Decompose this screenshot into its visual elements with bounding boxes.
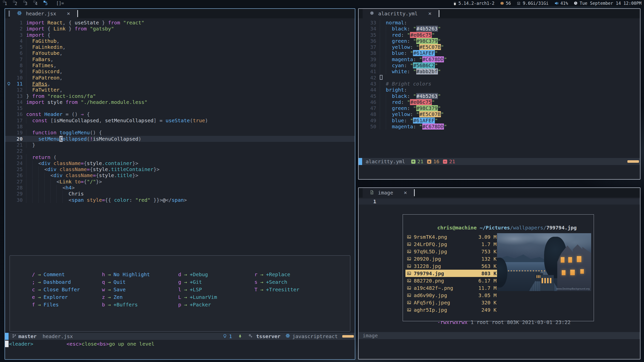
git-removed-icon: −: [443, 159, 447, 164]
code-line-30: 30 <span style={{ color: "red" }}>@</spa…: [5, 197, 355, 203]
close-icon[interactable]: ×: [428, 11, 432, 16]
code-line-15: 15: [5, 105, 355, 111]
workspace-3[interactable]: 3: [23, 1, 29, 6]
workspace-4[interactable]: 4: [33, 1, 40, 6]
statusline-filename: header.jsx: [43, 333, 73, 339]
file-row-AFq5r6j.jpeg[interactable]: AFq5r6j.jpeg320 K: [405, 299, 499, 306]
code-line-6: 6 FaYoutube,: [5, 50, 355, 56]
git-added-icon: +: [411, 159, 415, 164]
file-row-882720.png[interactable]: 882720.png6.17 M: [405, 277, 499, 284]
current-path: ~/Pictures/wallpapers/799794.jpg: [480, 225, 577, 231]
file-row-9rsmTK4.png[interactable]: 9rsmTK4.png3.09 M: [405, 233, 499, 240]
code-line-40: 40 cyan: "#56B6C2": [359, 62, 640, 68]
file-row-a19c482f~.png[interactable]: a19c482f~.png11.7 M: [405, 284, 499, 292]
file-row-97q9L5D.jpg[interactable]: 97q9L5D.jpg753 K: [405, 248, 499, 255]
whichkey-item-b[interactable]: b→+Buffers: [101, 301, 178, 308]
tab-label: header.jsx: [26, 11, 56, 17]
statusline-bottomright: image: [359, 332, 640, 339]
code-line-34: 34 black: "#4b5263": [359, 26, 640, 32]
penguin-icon: [453, 1, 457, 6]
code-line-44: 44 bright:: [359, 87, 640, 93]
file-row-aghr5Ip.jpg[interactable]: aghr5Ip.jpg249 K: [405, 306, 499, 313]
close-icon[interactable]: ×: [404, 190, 407, 195]
whichkey-item-L[interactable]: L→+LunarVim: [178, 293, 254, 301]
image-file-icon: [407, 249, 414, 254]
file-row-20920.jpg[interactable]: 20920.jpg132 K: [405, 255, 499, 262]
whichkey-popup: /→Comment;→Dashboardc→Close Buffere→Expl…: [10, 255, 350, 332]
kernel-version: 5.14.2-arch1-2: [459, 1, 495, 6]
image-file-icon: [407, 242, 414, 246]
statusline-topright: alacritty.yml + 21 ▪ 16 − 21: [359, 158, 640, 165]
workspace-2[interactable]: 2: [13, 1, 19, 6]
preview-watermark: www.DesktopBackground.org: [556, 288, 590, 290]
file-row-31228.jpg[interactable]: 31228.jpg563 K: [405, 262, 499, 270]
code-line-47: 47 green: "#98C379": [359, 105, 640, 111]
package-status: 56: [500, 1, 511, 6]
code-line-26: 26 <div className={style.title}>: [5, 172, 355, 178]
image-file-icon: [407, 286, 414, 290]
code-action-lightbulb-icon: [5, 82, 13, 86]
whichkey-item-p[interactable]: p→+Packer: [178, 301, 254, 308]
file-row-ad6v90y.jpg[interactable]: ad6v90y.jpg3.05 M: [405, 292, 499, 299]
memory-usage: 9.6Gi/31Gi: [523, 1, 548, 6]
file-info-line: -rwxrwxrwx 1 root root 803K 2021-03-01 2…: [407, 313, 571, 331]
file-manager-float: chris@machine ~/Pictures/wallpapers/7997…: [403, 214, 594, 321]
workspace-5[interactable]: 5: [43, 1, 50, 6]
code-line-19: 19 function toggleMenu() {: [5, 130, 355, 136]
git-branch-name[interactable]: master: [18, 333, 36, 339]
whichkey-grid: /→Comment;→Dashboardc→Close Buffere→Expl…: [31, 271, 299, 331]
whichkey-item-c[interactable]: c→Close Buffer: [31, 286, 101, 293]
code-line-10: 10 FaPatreon,: [5, 75, 355, 81]
tabline-cursor: [414, 189, 415, 196]
lightbulb-icon: [223, 333, 227, 339]
whichkey-item-;[interactable]: ;→Dashboard: [31, 278, 101, 286]
whichkey-item-z[interactable]: z→Zen: [101, 293, 178, 301]
bs-hint: <bs>: [97, 341, 109, 347]
whichkey-item-h[interactable]: h→No Highlight: [101, 271, 178, 278]
file-meta: 1 root root 803K 2021-03-01 23:22: [468, 319, 571, 325]
kernel-status: 5.14.2-arch1-2: [453, 1, 495, 6]
whichkey-item-/[interactable]: /→Comment: [31, 271, 101, 278]
memory-status: 9.6Gi/31Gi: [516, 1, 548, 6]
tabline-cursor: [77, 10, 78, 17]
code-line-29: 29 Chris: [5, 191, 355, 197]
whichkey-item-l[interactable]: l→+LSP: [178, 286, 254, 293]
diagnostic-count: 1: [229, 333, 232, 339]
code-line-28: 28 <h4>: [5, 185, 355, 191]
whichkey-item-f[interactable]: f→Files: [31, 301, 101, 308]
code-line-27: 27 <Link to={"/"}>: [5, 179, 355, 185]
image-file-icon: [407, 257, 414, 261]
tab-alacritty-yml[interactable]: alacritty.yml ×: [363, 9, 439, 18]
close-icon[interactable]: ×: [67, 11, 70, 16]
image-file-icon: [407, 308, 414, 312]
code-line-3: 3import {: [5, 32, 355, 38]
tab-header-jsx[interactable]: header.jsx ×: [10, 9, 77, 18]
tabbar-left: header.jsx ×: [5, 9, 355, 18]
up-level-hint: go up one level: [109, 341, 155, 347]
whichkey-item-g[interactable]: g→+Git: [178, 278, 254, 286]
whichkey-item-T[interactable]: T→+Treesitter: [254, 286, 299, 293]
image-file-icon: [407, 271, 414, 275]
workspace-list: 12345: [0, 1, 50, 6]
code-line-11: 11 FaRss,: [5, 81, 355, 87]
image-file-icon: [407, 235, 414, 239]
whichkey-item-r[interactable]: r→+Replace: [254, 271, 299, 278]
mode-indicator: [359, 158, 362, 165]
whichkey-item-s[interactable]: s→+Search: [254, 278, 299, 286]
layout-symbol: []=: [56, 1, 64, 6]
whichkey-item-d[interactable]: d→+Debug: [178, 271, 254, 278]
whichkey-item-w[interactable]: w→Save: [101, 286, 178, 293]
code-line-46: 46 red: "#e06c75": [359, 99, 640, 105]
whichkey-item-e[interactable]: e→Explorer: [31, 293, 101, 301]
code-buffer-header-jsx[interactable]: 1import React, { useState } from "react"…: [5, 18, 355, 203]
preview-house-windows: [559, 255, 589, 284]
whichkey-item-q[interactable]: q→Quit: [101, 278, 178, 286]
tab-image[interactable]: image ×: [363, 188, 414, 197]
workspace-1[interactable]: 1: [3, 1, 9, 6]
code-line-36: 36 green: "#98C379": [359, 38, 640, 44]
filetype-react-icon: [285, 333, 290, 339]
file-row-24LrDFQ.jpg[interactable]: 24LrDFQ.jpg1.7 M: [405, 240, 499, 248]
code-buffer-alacritty[interactable]: 33 normal:34 black: "#4b5263"35 red: "#e…: [359, 18, 640, 130]
file-row-799794.jpg[interactable]: 799794.jpg803 K: [405, 270, 499, 277]
scroll-progress-indicator: [627, 160, 639, 163]
